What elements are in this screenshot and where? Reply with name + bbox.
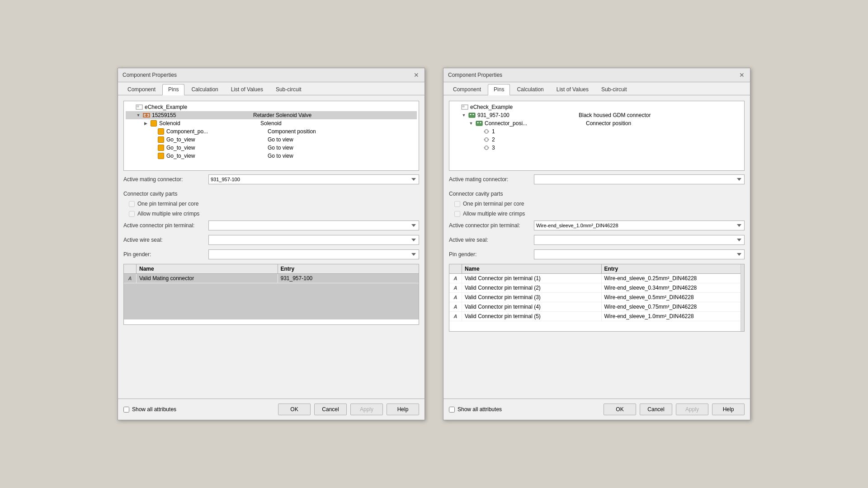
attr-icon: A — [449, 302, 462, 311]
yellow-icon — [157, 144, 165, 151]
allow-multiple-row: Allow multiple wire crimps — [454, 211, 745, 217]
tree-item-entry: Go to view — [268, 145, 416, 151]
expand-icon[interactable]: ▼ — [468, 121, 474, 126]
attr-row[interactable]: A Valid Connector pin terminal (2) Wire-… — [449, 283, 741, 293]
tab-calculation[interactable]: Calculation — [185, 84, 224, 95]
attr-row[interactable]: A Valid Connector pin terminal (1) Wire-… — [449, 274, 741, 283]
tree-item[interactable]: ▼ 15259155 Retarder Solenoid Valve — [126, 111, 417, 119]
scrollbar[interactable] — [741, 264, 744, 331]
mating-connector-select[interactable] — [534, 174, 745, 184]
allow-multiple-checkbox[interactable] — [454, 211, 460, 217]
cancel-button[interactable]: Cancel — [640, 404, 672, 415]
tab-calculation[interactable]: Calculation — [511, 84, 549, 95]
attributes-table: Name Entry A Valid Mating connector 931_… — [124, 264, 419, 324]
header-entry-col: Entry — [602, 264, 741, 273]
tab-bar: Component Pins Calculation List of Value… — [443, 82, 750, 95]
attr-name: Valid Connector pin terminal (4) — [462, 302, 602, 311]
tree-item[interactable]: Go_to_view Go to view — [126, 144, 417, 152]
header-icon-col — [449, 264, 462, 273]
tree-item[interactable]: 2 — [451, 136, 742, 144]
svg-rect-1 — [137, 106, 139, 107]
pin-terminal-label: Active connector pin terminal: — [123, 222, 205, 229]
attr-icon: A — [449, 283, 462, 292]
pin-icon — [483, 144, 490, 151]
attr-entry: Wire-end_sleeve_0.75mm²_DIN46228 — [602, 302, 741, 311]
expand-icon[interactable]: ▶ — [143, 121, 148, 126]
header-name-col: Name — [462, 264, 602, 273]
pin-terminal-select[interactable] — [208, 221, 419, 230]
tab-list-of-values[interactable]: List of Values — [551, 84, 594, 95]
tree-item-name: eCheck_Example — [145, 104, 235, 110]
header-entry-col: Entry — [278, 264, 419, 273]
wire-seal-label: Active wire seal: — [449, 237, 530, 243]
show-all-checkbox[interactable] — [449, 407, 455, 413]
attr-row[interactable]: A Valid Connector pin terminal (4) Wire-… — [449, 302, 741, 312]
tab-list-of-values[interactable]: List of Values — [225, 84, 269, 95]
tree-panel[interactable]: eCheck_Example ▼ 931_957-100 Black house… — [449, 101, 745, 171]
pin-terminal-select[interactable]: Wire-end_sleeve_1.0mm²_DIN46228 — [534, 221, 745, 230]
one-pin-checkbox[interactable] — [129, 201, 135, 207]
tab-component[interactable]: Component — [122, 84, 161, 95]
tab-pins[interactable]: Pins — [488, 84, 510, 95]
tree-item[interactable]: ▼ Connector_posi... Connector position — [451, 119, 742, 127]
tree-item-name: Component_po... — [166, 128, 257, 135]
tree-panel[interactable]: eCheck_Example ▼ 15259155 Retarder Solen… — [123, 101, 419, 171]
close-button[interactable]: ✕ — [413, 72, 420, 78]
tree-item[interactable]: ▼ 931_957-100 Black housed GDM connector — [451, 111, 742, 119]
expand-icon[interactable]: ▼ — [461, 113, 467, 117]
close-button[interactable]: ✕ — [738, 72, 745, 78]
ok-button[interactable]: OK — [278, 404, 311, 415]
dialogs-container: Component Properties ✕ Component Pins Ca… — [99, 50, 769, 438]
attributes-table-container: Name Entry A Valid Mating connector 931_… — [123, 264, 419, 325]
tree-item-entry: Go to view — [268, 153, 416, 159]
tab-sub-circuit[interactable]: Sub-circuit — [595, 84, 633, 95]
tab-sub-circuit[interactable]: Sub-circuit — [270, 84, 307, 95]
empty-area — [124, 283, 419, 319]
special-icon — [143, 112, 150, 119]
help-button[interactable]: Help — [387, 404, 419, 415]
table-header: Name Entry — [449, 264, 741, 274]
ok-button[interactable]: OK — [604, 404, 636, 415]
attr-row[interactable]: A Valid Connector pin terminal (5) Wire-… — [449, 312, 741, 321]
tree-item[interactable]: Go_to_view Go to view — [126, 152, 417, 160]
tree-item[interactable]: 1 — [451, 127, 742, 136]
pin-gender-select[interactable] — [534, 249, 745, 259]
pin-gender-select[interactable] — [208, 249, 419, 259]
tree-item-name: Go_to_view — [166, 136, 257, 143]
mating-connector-row: Active mating connector: 931_957-100 — [123, 174, 419, 184]
attr-entry: Wire-end_sleeve_0.5mm²_DIN46228 — [602, 293, 741, 302]
tree-item[interactable]: 3 — [451, 144, 742, 152]
attr-name: Valid Connector pin terminal (2) — [462, 283, 602, 292]
tree-item-name: eCheck_Example — [470, 104, 561, 110]
tree-item[interactable]: eCheck_Example — [451, 103, 742, 111]
attr-name: Valid Mating connector — [137, 274, 278, 283]
cancel-button[interactable]: Cancel — [314, 404, 347, 415]
tree-item[interactable]: Component_po... Component position — [126, 127, 417, 136]
tree-item[interactable]: ▶ Solenoid Solenoid — [126, 119, 417, 127]
allow-multiple-checkbox[interactable] — [129, 211, 135, 217]
tab-component[interactable]: Component — [447, 84, 487, 95]
tree-item[interactable]: eCheck_Example — [126, 103, 417, 111]
attr-row[interactable]: A Valid Connector pin terminal (3) Wire-… — [449, 293, 741, 302]
one-pin-checkbox[interactable] — [454, 201, 460, 207]
show-all-checkbox[interactable] — [123, 407, 129, 413]
apply-button[interactable]: Apply — [350, 404, 383, 415]
one-pin-label: One pin terminal per core — [137, 201, 198, 207]
tree-item-name: Connector_posi... — [485, 120, 575, 127]
one-pin-label: One pin terminal per core — [463, 201, 524, 207]
wire-seal-select[interactable] — [534, 235, 745, 245]
yellow-icon — [157, 136, 165, 143]
help-button[interactable]: Help — [712, 404, 745, 415]
wire-seal-row: Active wire seal: — [123, 235, 419, 245]
apply-button[interactable]: Apply — [676, 404, 708, 415]
dialog-left: Component Properties ✕ Component Pins Ca… — [118, 68, 425, 420]
tab-pins[interactable]: Pins — [162, 84, 184, 95]
attr-row[interactable]: A Valid Mating connector 931_957-100 — [124, 274, 419, 283]
mating-connector-select[interactable]: 931_957-100 — [208, 174, 419, 184]
mating-connector-label: Active mating connector: — [449, 176, 530, 183]
tree-item[interactable]: Go_to_view Go to view — [126, 136, 417, 144]
dialog-right: Component Properties ✕ Component Pins Ca… — [443, 68, 750, 420]
table-header: Name Entry — [124, 264, 419, 274]
expand-icon[interactable]: ▼ — [136, 113, 141, 117]
wire-seal-select[interactable] — [208, 235, 419, 245]
